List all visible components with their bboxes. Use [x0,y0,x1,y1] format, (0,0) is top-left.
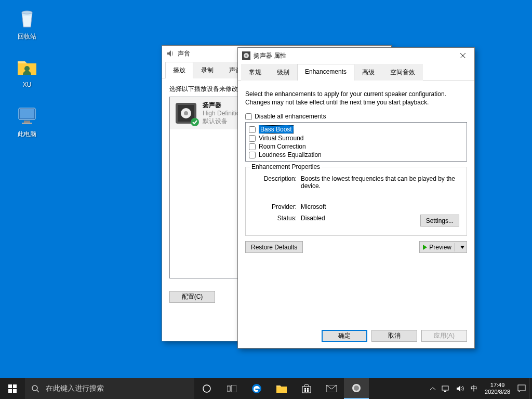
svg-rect-15 [13,384,17,388]
tab-playback[interactable]: 播放 [165,62,193,78]
svg-rect-33 [444,391,446,392]
svg-rect-3 [20,109,34,118]
search-placeholder: 在此键入进行搜索 [46,384,104,393]
svg-rect-28 [307,390,309,392]
clock[interactable]: 17:49 2020/8/28 [481,382,514,395]
search-icon [25,384,46,393]
cancel-button[interactable]: 取消 [371,330,417,342]
desc-label: Description: [253,174,300,191]
svg-rect-25 [304,388,306,390]
user-folder-icon [15,54,39,79]
mail-icon[interactable] [319,378,344,399]
svg-point-20 [203,385,210,392]
action-center-icon[interactable] [514,378,529,399]
close-button[interactable] [451,48,474,63]
window-title: 声音 [178,49,190,58]
ime-indicator[interactable]: 中 [468,378,481,399]
cortana-icon[interactable] [194,378,219,399]
enhancements-description: Select the enhancements to apply for you… [245,90,467,107]
tab-levels[interactable]: 级别 [269,64,297,81]
enh-room-correction[interactable]: Room Correction [249,142,463,151]
enhancement-properties-group: Enhancement Properties Description: Boos… [245,167,467,236]
svg-point-1 [24,66,30,71]
svg-point-0 [22,11,32,14]
tab-advanced[interactable]: 高级 [354,64,382,81]
folder-xu-icon[interactable]: XU [7,54,47,88]
configure-button[interactable]: 配置(C) [169,291,215,303]
enh-loudness-eq[interactable]: Loudness Equalization [249,151,463,159]
enh-checkbox[interactable] [249,143,256,150]
enh-checkbox[interactable] [249,126,256,133]
svg-line-19 [37,390,39,392]
disable-all-checkbox[interactable]: Disable all enhancements [245,113,467,120]
svg-rect-5 [22,123,32,124]
computer-icon [15,103,39,128]
titlebar[interactable]: 扬声器 属性 [238,48,474,63]
provider-label: Provider: [253,202,300,212]
play-icon [423,245,427,250]
disable-all-input[interactable] [245,113,252,120]
status-value: Disabled [301,215,325,227]
svg-rect-17 [13,389,17,393]
task-view-icon[interactable] [219,378,244,399]
svg-point-10 [191,118,199,126]
enh-checkbox[interactable] [249,135,256,142]
svg-point-13 [245,55,247,57]
recycle-bin-icon[interactable]: 回收站 [7,5,47,41]
desc-value: Boosts the lowest frequencies that can b… [301,174,459,191]
dropdown-icon [460,246,464,249]
start-button[interactable] [0,378,25,399]
enh-checkbox[interactable] [249,152,256,158]
speaker-properties-dialog: 扬声器 属性 常规 级别 Enhancements 高级 空间音效 Select… [237,47,475,349]
svg-rect-34 [518,385,525,391]
window-title: 扬声器 属性 [254,51,286,60]
taskbar-sound-app[interactable] [344,378,369,399]
tab-spatial[interactable]: 空间音效 [382,64,423,81]
properties-tabs: 常规 级别 Enhancements 高级 空间音效 [238,63,474,81]
enh-bass-boost[interactable]: Bass Boost [249,125,463,134]
fieldset-legend: Enhancement Properties [250,163,322,170]
clock-time: 17:49 [485,382,510,389]
this-pc-icon[interactable]: 此电脑 [7,103,47,139]
preview-button[interactable]: Preview [419,241,467,253]
status-label: Status: [253,213,300,228]
clock-date: 2020/8/28 [485,389,510,395]
store-icon[interactable] [294,378,319,399]
svg-point-18 [32,385,37,391]
tray-volume-icon[interactable] [453,378,468,399]
edge-icon[interactable] [244,378,269,399]
tab-recording[interactable]: 录制 [193,62,221,78]
enhancements-list[interactable]: Bass Boost Virtual Surround Room Correct… [245,122,467,162]
system-tray: 中 17:49 2020/8/28 [427,378,532,399]
svg-rect-24 [302,387,311,393]
explorer-icon[interactable] [269,378,294,399]
svg-rect-4 [24,121,30,123]
taskbar: 在此键入进行搜索 中 17:49 2020/8/28 [0,378,532,399]
apply-button[interactable]: 应用(A) [421,330,467,342]
taskbar-search[interactable]: 在此键入进行搜索 [25,378,194,399]
icon-label: XU [23,81,32,88]
svg-point-31 [354,385,359,391]
tray-overflow-icon[interactable] [427,378,438,399]
tab-general[interactable]: 常规 [241,64,269,81]
svg-rect-27 [304,390,306,392]
svg-rect-22 [231,385,236,392]
speaker-icon [166,49,175,58]
provider-value: Microsoft [301,202,459,212]
speaker-device-icon [174,101,198,126]
svg-point-9 [184,111,188,115]
svg-rect-21 [227,386,230,391]
tray-network-icon[interactable] [438,378,453,399]
icon-label: 回收站 [18,33,36,40]
enh-virtual-surround[interactable]: Virtual Surround [249,134,463,142]
svg-rect-16 [8,389,12,393]
ok-button[interactable]: 确定 [322,330,367,342]
settings-button[interactable]: Settings... [420,215,459,227]
restore-defaults-button[interactable]: Restore Defaults [245,241,303,253]
svg-rect-26 [307,388,309,390]
tab-enhancements[interactable]: Enhancements [297,64,354,81]
svg-rect-14 [8,384,12,388]
trash-icon [15,5,39,30]
icon-label: 此电脑 [18,130,36,138]
show-desktop-button[interactable] [529,378,532,399]
